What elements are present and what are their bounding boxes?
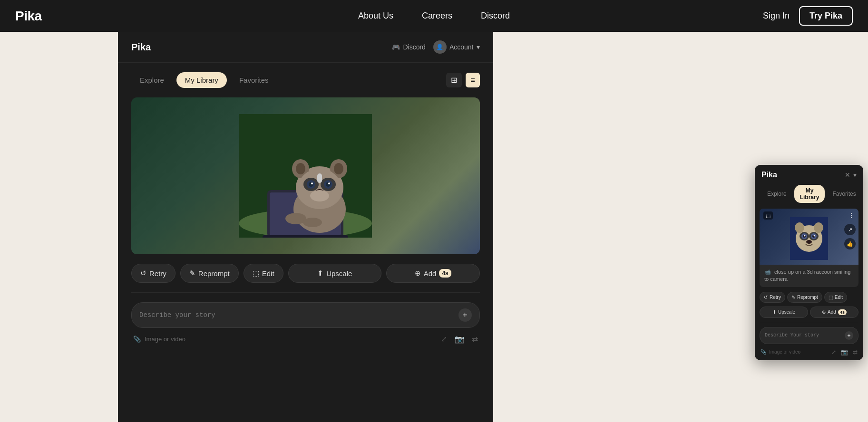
mini-share-icon[interactable]: ↗ [844, 224, 856, 235]
mini-tab-my-library[interactable]: My Library [794, 185, 825, 203]
account-avatar: 👤 [433, 40, 447, 54]
camera-icon[interactable]: 📷 [455, 335, 464, 344]
mini-media-label: Image or video [769, 349, 800, 355]
try-pika-button[interactable]: Try Pika [799, 6, 853, 26]
svg-point-35 [804, 235, 806, 237]
mini-close-button[interactable]: ✕ [845, 171, 850, 179]
grid-icon: ⊞ [451, 76, 457, 84]
svg-rect-4 [263, 235, 348, 238]
upscale-icon: ⬆ [317, 269, 323, 278]
svg-point-36 [814, 235, 815, 237]
mini-camera-icon[interactable]: 📷 [841, 349, 848, 355]
mini-media-attachment[interactable]: 📎 Image or video [761, 349, 800, 355]
media-attachment[interactable]: 📎 Image or video [133, 336, 185, 343]
discord-badge[interactable]: 🎮 Discord [392, 43, 425, 51]
upscale-button[interactable]: ⬆ Upscale [288, 264, 381, 283]
svg-point-28 [814, 222, 823, 233]
left-background [0, 32, 118, 422]
right-background: Pika ✕ ▾ Explore My Library Favorites ⬚ … [493, 32, 868, 422]
video-area [131, 97, 480, 254]
nav-links: About Us Careers Discord [358, 11, 510, 21]
mini-header-icons: ✕ ▾ [845, 171, 857, 179]
list-view-button[interactable]: ≡ [466, 73, 479, 87]
edit-icon: ⬚ [253, 269, 259, 278]
tabs-right: ⊞ ≡ [446, 73, 479, 87]
tab-favorites[interactable]: Favorites [231, 72, 277, 88]
input-plus-button[interactable]: + [458, 308, 472, 322]
media-label: Image or video [145, 336, 185, 343]
svg-point-24 [303, 218, 322, 227]
mini-add-label: Add [828, 309, 836, 315]
mini-card-menu-icon[interactable]: ⋮ [848, 211, 855, 220]
svg-point-17 [326, 182, 331, 187]
mini-card-header: ⬚ ⋮ [760, 209, 858, 222]
mini-upscale-button[interactable]: ⬆ Upscale [760, 307, 808, 318]
mini-reprompt-icon: ✎ [791, 295, 795, 300]
mini-panel-header: Pika ✕ ▾ [755, 165, 863, 185]
mini-card-description: 📹 close up on a 3d raccoon smiling to ca… [760, 265, 858, 287]
mini-divider [760, 322, 858, 322]
mini-expand-icon[interactable]: ⤢ [831, 349, 836, 355]
add-button[interactable]: ⊕ Add 4s [386, 264, 479, 283]
account-badge[interactable]: 👤 Account ▾ [433, 40, 480, 54]
expand-icon[interactable]: ⤢ [441, 335, 447, 344]
mini-reprompt-label: Reprompt [797, 295, 818, 300]
svg-point-21 [310, 190, 329, 201]
panel-header-right: 🎮 Discord 👤 Account ▾ [392, 40, 479, 54]
retry-button[interactable]: ↺ Retry [131, 264, 176, 283]
panel-header: Pika 🎮 Discord 👤 Account ▾ [118, 32, 493, 63]
top-navigation: Pika About Us Careers Discord Sign In Tr… [0, 0, 868, 32]
nav-careers[interactable]: Careers [422, 11, 452, 21]
attachment-icon: 📎 [133, 336, 141, 343]
reprompt-button[interactable]: ✎ Reprompt [180, 264, 239, 283]
discord-label: Discord [403, 43, 425, 51]
input-area: + 📎 Image or video ⤢ 📷 ⇄ [118, 302, 493, 344]
mini-retry-button[interactable]: ↺ Retry [760, 292, 785, 303]
mini-card-actions: ↗ 👍 [844, 224, 856, 249]
tab-my-library[interactable]: My Library [176, 72, 227, 88]
mini-plus-button[interactable]: + [845, 331, 853, 340]
tabs-row: Explore My Library Favorites ⊞ ≡ [118, 63, 493, 97]
media-tools: ⤢ 📷 ⇄ [441, 335, 478, 344]
discord-icon: 🎮 [392, 43, 400, 51]
list-icon: ≡ [470, 76, 475, 84]
mini-add-button[interactable]: ⊕ Add 4s [810, 307, 858, 318]
mini-card-desc-text: close up on a 3d raccoon smiling to came… [764, 269, 850, 282]
edit-button[interactable]: ⬚ Edit [244, 264, 283, 283]
mini-upscale-icon: ⬆ [772, 309, 776, 315]
settings-icon[interactable]: ⇄ [472, 335, 478, 344]
svg-point-37 [806, 240, 812, 244]
svg-point-16 [309, 182, 313, 187]
mini-tab-explore[interactable]: Explore [761, 185, 792, 203]
mini-reprompt-button[interactable]: ✎ Reprompt [787, 292, 822, 303]
mini-tab-favorites[interactable]: Favorites [827, 185, 861, 203]
mini-story-input[interactable] [765, 333, 845, 338]
nav-about-us[interactable]: About Us [358, 11, 393, 21]
mini-attachment-icon: 📎 [761, 349, 766, 355]
chevron-down-icon: ▾ [477, 43, 480, 51]
media-row: 📎 Image or video ⤢ 📷 ⇄ [131, 335, 480, 344]
tab-explore[interactable]: Explore [131, 72, 173, 88]
sign-in-button[interactable]: Sign In [763, 11, 790, 21]
mini-like-icon[interactable]: 👍 [844, 238, 856, 249]
add-icon: ⊕ [415, 269, 421, 278]
add-duration-badge: 4s [439, 269, 451, 278]
story-input[interactable] [139, 311, 458, 319]
nav-discord[interactable]: Discord [481, 11, 510, 21]
mini-settings-icon[interactable]: ⇄ [853, 349, 858, 355]
edit-label: Edit [262, 269, 274, 278]
mini-action-row: ↺ Retry ✎ Reprompt ⬚ Edit [755, 292, 863, 307]
content-divider [131, 292, 480, 293]
svg-point-10 [334, 163, 343, 174]
mini-edit-button[interactable]: ⬚ Edit [824, 292, 847, 303]
grid-view-button[interactable]: ⊞ [446, 73, 462, 87]
main-content: Pika 🎮 Discord 👤 Account ▾ Explore [0, 32, 868, 422]
raccoon-illustration [239, 114, 372, 238]
mini-expand-button[interactable]: ▾ [853, 171, 857, 179]
mini-logo: Pika [761, 171, 777, 179]
mini-edit-label: Edit [835, 295, 843, 300]
svg-point-9 [296, 163, 305, 174]
retry-label: Retry [149, 269, 166, 278]
mini-media-row: 📎 Image or video ⤢ 📷 ⇄ [755, 349, 863, 360]
mini-panel: Pika ✕ ▾ Explore My Library Favorites ⬚ … [755, 165, 863, 360]
